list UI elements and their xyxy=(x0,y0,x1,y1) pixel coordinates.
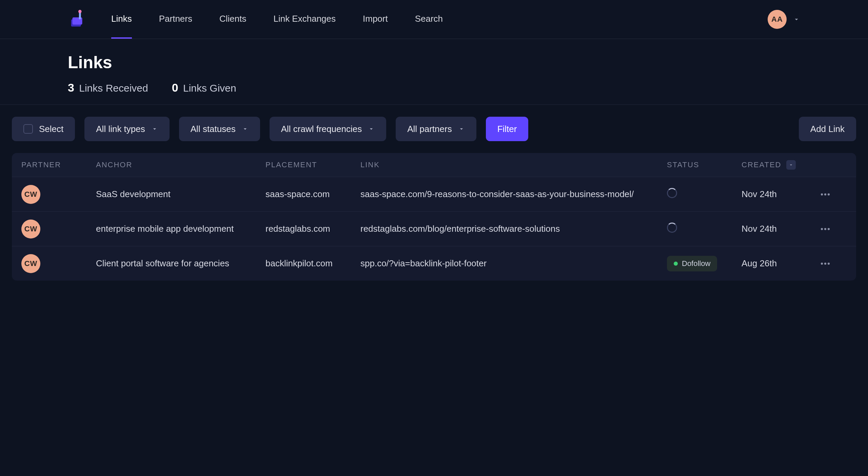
nav-item-label: Link Exchanges xyxy=(273,14,336,24)
created-cell: Nov 24th xyxy=(742,224,816,234)
nav-item-link-exchanges[interactable]: Link Exchanges xyxy=(273,0,336,39)
filter-button[interactable]: Filter xyxy=(486,117,529,141)
svg-point-8 xyxy=(824,228,826,230)
link-cell[interactable]: redstaglabs.com/blog/enterprise-software… xyxy=(360,224,667,234)
column-placement[interactable]: PLACEMENT xyxy=(265,160,360,169)
links-table-wrapper: PARTNER ANCHOR PLACEMENT LINK STATUS CRE… xyxy=(0,141,868,281)
nav-item-search[interactable]: Search xyxy=(415,0,443,39)
more-icon xyxy=(820,193,830,196)
tab-links-given[interactable]: 0 Links Given xyxy=(172,81,236,94)
sort-direction-icon[interactable] xyxy=(786,160,796,170)
status-cell xyxy=(667,223,742,235)
tab-count: 3 xyxy=(68,81,74,94)
page-tabs: 3 Links Received 0 Links Given xyxy=(68,81,800,94)
tab-count: 0 xyxy=(172,81,178,94)
select-button[interactable]: Select xyxy=(12,117,75,141)
partner-avatar[interactable]: CW xyxy=(21,254,40,273)
nav-item-links[interactable]: Links xyxy=(111,0,132,39)
nav-item-import[interactable]: Import xyxy=(363,0,388,39)
tab-label: Links Received xyxy=(79,82,148,94)
page-title: Links xyxy=(68,53,800,72)
svg-point-5 xyxy=(824,193,826,195)
column-partner[interactable]: PARTNER xyxy=(21,160,96,169)
status-label: Dofollow xyxy=(682,259,710,268)
dropdown-label: All statuses xyxy=(191,124,236,134)
user-menu-chevron-icon[interactable] xyxy=(793,16,800,23)
placement-cell[interactable]: backlinkpilot.com xyxy=(265,258,360,269)
page-header: Links 3 Links Received 0 Links Given xyxy=(0,39,868,105)
column-status[interactable]: STATUS xyxy=(667,160,742,169)
table-header: PARTNER ANCHOR PLACEMENT LINK STATUS CRE… xyxy=(12,153,856,177)
svg-point-4 xyxy=(821,193,823,195)
link-cell[interactable]: spp.co/?via=backlink-pilot-footer xyxy=(360,258,667,269)
partner-initials: CW xyxy=(24,259,38,268)
svg-point-12 xyxy=(828,262,830,264)
partner-avatar[interactable]: CW xyxy=(21,185,40,204)
row-actions-button[interactable] xyxy=(816,223,834,235)
nav-item-clients[interactable]: Clients xyxy=(219,0,246,39)
nav-item-label: Links xyxy=(111,14,132,24)
nav-item-label: Import xyxy=(363,14,388,24)
status-cell xyxy=(667,188,742,201)
partner-initials: CW xyxy=(24,225,38,233)
tab-label: Links Given xyxy=(183,82,236,94)
table-row[interactable]: CW SaaS development saas-space.com saas-… xyxy=(12,177,856,211)
add-link-label: Add Link xyxy=(810,124,845,134)
anchor-cell[interactable]: Client portal software for agencies xyxy=(96,258,265,269)
nav-item-label: Search xyxy=(415,14,443,24)
svg-point-3 xyxy=(78,10,82,13)
column-created[interactable]: CREATED xyxy=(742,160,816,170)
top-navigation: Links Partners Clients Link Exchanges Im… xyxy=(0,0,868,39)
svg-point-6 xyxy=(828,193,830,195)
loading-spinner-icon xyxy=(667,223,677,233)
partner-avatar[interactable]: CW xyxy=(21,220,40,239)
row-actions-button[interactable] xyxy=(816,258,834,270)
select-checkbox-icon xyxy=(23,124,33,134)
add-link-button[interactable]: Add Link xyxy=(799,117,856,141)
table-row[interactable]: CW Client portal software for agencies b… xyxy=(12,246,856,281)
created-cell: Nov 24th xyxy=(742,189,816,199)
statuses-dropdown[interactable]: All statuses xyxy=(179,117,260,141)
status-badge: Dofollow xyxy=(667,256,717,271)
app-logo-icon[interactable] xyxy=(68,9,87,29)
status-dot-icon xyxy=(674,262,678,266)
nav-item-label: Clients xyxy=(219,14,246,24)
link-types-dropdown[interactable]: All link types xyxy=(84,117,170,141)
chevron-down-icon xyxy=(458,126,465,132)
placement-cell[interactable]: redstaglabs.com xyxy=(265,224,360,234)
partners-dropdown[interactable]: All partners xyxy=(396,117,476,141)
column-link[interactable]: LINK xyxy=(360,160,667,169)
user-initials: AA xyxy=(771,15,783,24)
primary-nav: Links Partners Clients Link Exchanges Im… xyxy=(111,0,443,39)
column-created-label: CREATED xyxy=(742,160,782,169)
dropdown-label: All partners xyxy=(407,124,452,134)
status-cell: Dofollow xyxy=(667,256,742,271)
anchor-cell[interactable]: enterprise mobile app development xyxy=(96,224,265,234)
placement-cell[interactable]: saas-space.com xyxy=(265,189,360,199)
select-label: Select xyxy=(39,124,63,134)
chevron-down-icon xyxy=(151,126,158,132)
chevron-down-icon xyxy=(368,126,375,132)
toolbar: Select All link types All statuses All c… xyxy=(0,105,868,141)
row-actions-button[interactable] xyxy=(816,188,834,201)
nav-item-label: Partners xyxy=(159,14,192,24)
tab-links-received[interactable]: 3 Links Received xyxy=(68,81,148,94)
crawl-frequencies-dropdown[interactable]: All crawl frequencies xyxy=(270,117,386,141)
column-anchor[interactable]: ANCHOR xyxy=(96,160,265,169)
link-cell[interactable]: saas-space.com/9-reasons-to-consider-saa… xyxy=(360,189,667,199)
partner-cell: CW xyxy=(21,254,96,273)
table-row[interactable]: CW enterprise mobile app development red… xyxy=(12,211,856,246)
svg-point-9 xyxy=(828,228,830,230)
dropdown-label: All crawl frequencies xyxy=(281,124,362,134)
user-avatar[interactable]: AA xyxy=(768,10,787,29)
more-icon xyxy=(820,227,830,231)
loading-spinner-icon xyxy=(667,188,677,198)
svg-point-10 xyxy=(821,262,823,264)
svg-point-7 xyxy=(821,228,823,230)
nav-item-partners[interactable]: Partners xyxy=(159,0,192,39)
more-icon xyxy=(820,262,830,265)
created-cell: Aug 26th xyxy=(742,258,816,269)
dropdown-label: All link types xyxy=(96,124,145,134)
partner-initials: CW xyxy=(24,190,38,199)
anchor-cell[interactable]: SaaS development xyxy=(96,189,265,199)
